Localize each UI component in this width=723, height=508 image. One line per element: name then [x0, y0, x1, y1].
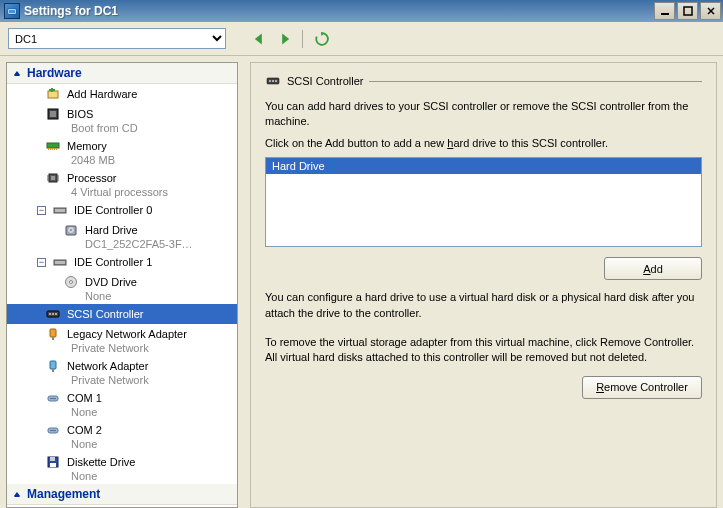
tree-item-label: Legacy Network Adapter: [67, 328, 187, 340]
svg-rect-3: [684, 7, 692, 15]
expander-icon[interactable]: −: [37, 258, 46, 267]
tree-item-sublabel: DC1_252C2FA5-3FDA-493...: [27, 238, 197, 250]
svg-rect-23: [51, 176, 55, 180]
tree-item-sublabel: 2048 MB: [27, 154, 197, 166]
hardware-tree[interactable]: Hardware Add HardwareBIOSBoot from CDMem…: [6, 62, 238, 508]
scsi-icon: [265, 73, 281, 89]
tree-item-com-1[interactable]: COM 1None: [7, 388, 237, 420]
tree-item-sublabel: None: [27, 438, 197, 450]
memory-icon: [45, 138, 61, 154]
tree-item-label: Hard Drive: [85, 224, 138, 236]
svg-point-65: [272, 80, 274, 82]
tree-item-sublabel: None: [27, 406, 197, 418]
svg-point-34: [70, 229, 72, 231]
com-icon: [45, 390, 61, 406]
svg-rect-18: [50, 148, 51, 150]
add-button[interactable]: Add: [604, 257, 702, 280]
svg-rect-46: [52, 369, 54, 372]
remove-text: To remove the virtual storage adapter fr…: [265, 335, 702, 366]
svg-rect-57: [50, 463, 56, 467]
svg-point-40: [49, 313, 51, 315]
tree-item-sublabel: None: [27, 290, 197, 302]
tree-item-label: Add Hardware: [67, 88, 137, 100]
expander-icon[interactable]: −: [37, 206, 46, 215]
vm-selector[interactable]: DC1: [8, 28, 226, 49]
tree-item-sublabel: Private Network: [27, 374, 197, 386]
svg-rect-36: [55, 261, 65, 264]
close-button[interactable]: [700, 2, 721, 20]
svg-rect-19: [52, 148, 53, 150]
drive-list[interactable]: Hard Drive: [265, 157, 702, 247]
add-instruction-text: Click on the Add button to add a new har…: [265, 136, 702, 151]
svg-point-38: [70, 281, 73, 284]
tree-item-dvd-drive[interactable]: DVD DriveNone: [7, 272, 237, 304]
svg-point-48: [50, 398, 51, 399]
hardware-header-label: Hardware: [27, 66, 82, 80]
maximize-button[interactable]: [677, 2, 698, 20]
tree-item-label: Network Adapter: [67, 360, 148, 372]
svg-point-53: [52, 430, 53, 431]
svg-rect-2: [661, 13, 669, 15]
tree-item-com-2[interactable]: COM 2None: [7, 420, 237, 452]
nav-prev-icon[interactable]: [250, 30, 268, 48]
tree-item-sublabel: Private Network: [27, 342, 197, 354]
dvd-icon: [63, 274, 79, 290]
tree-item-label: Diskette Drive: [67, 456, 135, 468]
drive-list-item[interactable]: Hard Drive: [266, 158, 701, 174]
svg-rect-1: [9, 10, 15, 13]
svg-point-54: [54, 430, 55, 431]
tree-item-label: IDE Controller 0: [74, 204, 152, 216]
scsi-icon: [45, 306, 61, 322]
minimize-button[interactable]: [654, 2, 675, 20]
svg-marker-7: [282, 33, 289, 44]
management-header[interactable]: Management: [7, 484, 237, 505]
group-title-label: SCSI Controller: [287, 75, 363, 87]
tree-item-processor[interactable]: Processor4 Virtual processors: [7, 168, 237, 200]
svg-point-49: [52, 398, 53, 399]
svg-point-50: [54, 398, 55, 399]
tree-item-legacy-network-adapter[interactable]: Legacy Network AdapterPrivate Network: [7, 324, 237, 356]
tree-item-label: Memory: [67, 140, 107, 152]
tree-item-add-hardware[interactable]: Add Hardware: [7, 84, 237, 104]
refresh-icon[interactable]: [313, 30, 331, 48]
configure-text: You can configure a hard drive to use a …: [265, 290, 702, 321]
chevron-up-icon: [11, 488, 23, 500]
svg-rect-45: [50, 361, 56, 369]
svg-rect-56: [50, 457, 55, 461]
svg-rect-17: [48, 148, 49, 150]
titlebar: Settings for DC1: [0, 0, 723, 22]
svg-rect-15: [50, 111, 56, 117]
nav-next-icon[interactable]: [276, 30, 294, 48]
svg-point-42: [55, 313, 57, 315]
tree-item-bios[interactable]: BIOSBoot from CD: [7, 104, 237, 136]
details-pane: SCSI Controller You can add hard drives …: [250, 62, 717, 508]
content-area: Hardware Add HardwareBIOSBoot from CDMem…: [0, 56, 723, 508]
tree-item-sublabel: 4 Virtual processors: [27, 186, 197, 198]
hardware-header[interactable]: Hardware: [7, 63, 237, 84]
tree-item-label: BIOS: [67, 108, 93, 120]
tree-item-memory[interactable]: Memory2048 MB: [7, 136, 237, 168]
svg-rect-11: [48, 91, 58, 98]
tree-item-diskette-drive[interactable]: Diskette DriveNone: [7, 452, 237, 484]
cpu-icon: [45, 170, 61, 186]
hdd-icon: [63, 222, 79, 238]
toolbar: DC1: [0, 22, 723, 56]
svg-point-41: [52, 313, 54, 315]
svg-rect-20: [54, 148, 55, 150]
remove-controller-button[interactable]: Remove Controller: [582, 376, 702, 399]
chevron-up-icon: [11, 67, 23, 79]
intro-text: You can add hard drives to your SCSI con…: [265, 99, 702, 130]
com-icon: [45, 422, 61, 438]
tree-item-hard-drive[interactable]: Hard DriveDC1_252C2FA5-3FDA-493...: [7, 220, 237, 252]
app-icon: [4, 3, 20, 19]
svg-rect-44: [52, 337, 54, 340]
tree-item-label: DVD Drive: [85, 276, 137, 288]
tree-item-ide-controller-0[interactable]: −IDE Controller 0: [7, 200, 237, 220]
svg-rect-43: [50, 329, 56, 337]
bios-icon: [45, 106, 61, 122]
tree-item-scsi-controller[interactable]: SCSI Controller: [7, 304, 237, 324]
svg-point-66: [275, 80, 277, 82]
tree-item-ide-controller-1[interactable]: −IDE Controller 1: [7, 252, 237, 272]
tree-item-network-adapter[interactable]: Network AdapterPrivate Network: [7, 356, 237, 388]
svg-rect-21: [56, 148, 57, 150]
